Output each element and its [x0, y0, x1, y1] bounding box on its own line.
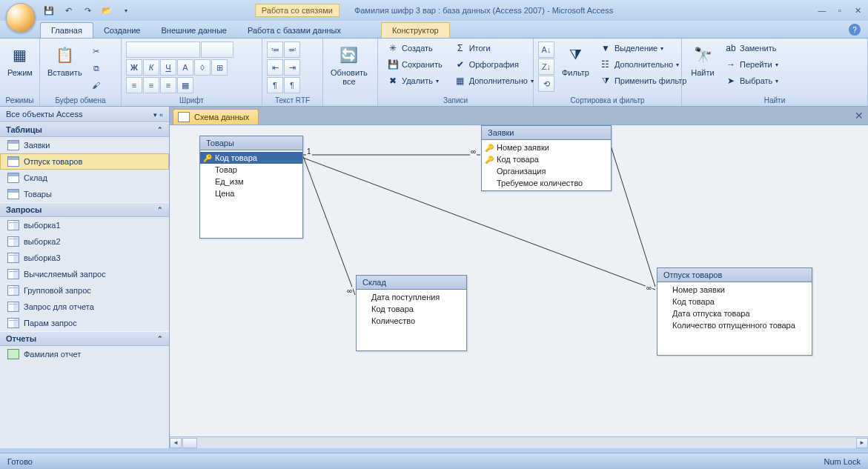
nav-table-tovary[interactable]: Товары [0, 186, 169, 202]
scroll-right-icon[interactable]: ► [856, 438, 868, 448]
nav-query-group[interactable]: Групповой запрос [0, 282, 169, 299]
ltr-button[interactable]: ¶ [267, 77, 283, 93]
scroll-left-icon[interactable]: ◄ [170, 438, 182, 448]
field-kod-tovara[interactable]: Код товара [357, 303, 466, 315]
align-left-button[interactable]: ≡ [126, 77, 142, 93]
diagram-table-zayavki[interactable]: Заявки 🔑Номер заявки 🔑Код товара Организ… [481, 125, 612, 191]
field-kolich-otp[interactable]: Количество отпущенного товара [657, 319, 812, 331]
field-kod-tovara[interactable]: 🔑Код товара [200, 152, 302, 164]
cardinality-many: ∞ [470, 147, 477, 156]
save-record-button[interactable]: 💾Сохранить [384, 58, 445, 71]
nav-section-queries[interactable]: Запросы⌃ [0, 202, 169, 217]
field-treb-kolich[interactable]: Требуемое количество [482, 177, 611, 189]
font-color-button[interactable]: A [177, 59, 193, 76]
collapse-icon[interactable]: « [159, 111, 163, 119]
horizontal-scrollbar[interactable]: ◄ ► [170, 436, 868, 448]
paste-button[interactable]: 📋Вставить [43, 41, 87, 79]
select-button[interactable]: ➤Выбрать ▾ [722, 74, 781, 87]
diagram-table-tovary[interactable]: Товары 🔑Код товара Товар Ед_изм Цена [199, 136, 303, 239]
format-painter-icon[interactable]: 🖌 [88, 77, 105, 93]
nav-query-2[interactable]: выборка2 [0, 233, 169, 250]
relationships-canvas[interactable]: 1 ∞ ∞ ∞ Товары 🔑Код товара Товар Ед_изм … [170, 124, 868, 436]
nav-section-reports[interactable]: Отчеты⌃ [0, 331, 169, 346]
save-icon[interactable]: 💾 [42, 3, 56, 18]
document-tab-schema[interactable]: Схема данных [173, 109, 259, 124]
filter-button[interactable]: ⧩Фильтр [557, 41, 594, 79]
qat-customize-icon[interactable]: ▾ [119, 3, 133, 18]
sort-asc-button[interactable]: A↓ [538, 41, 554, 58]
advanced-filter-button[interactable]: ☷Дополнительно ▾ [597, 58, 690, 71]
nav-query-1[interactable]: выборка1 [0, 217, 169, 233]
bullets-button[interactable]: ≔ [267, 41, 283, 58]
gridlines-button[interactable]: ⊞ [211, 59, 228, 76]
nav-section-tables[interactable]: Таблицы⌃ [0, 122, 169, 137]
nav-query-calc[interactable]: Вычисляемый запрос [0, 266, 169, 282]
nav-query-report[interactable]: Запрос для отчета [0, 299, 169, 315]
office-button[interactable] [6, 3, 36, 33]
sort-desc-button[interactable]: Z↓ [538, 59, 554, 75]
field-kolichestvo[interactable]: Количество [357, 315, 466, 327]
close-document-icon[interactable]: ✕ [853, 110, 865, 122]
scroll-thumb[interactable] [182, 438, 197, 448]
toggle-filter-button[interactable]: ⧩Применить фильтр [597, 74, 690, 87]
tab-database-tools[interactable]: Работа с базами данных [237, 23, 351, 38]
field-ed-izm[interactable]: Ед_изм [200, 176, 302, 187]
numbering-button[interactable]: ≕ [284, 41, 300, 58]
field-kod-tovara[interactable]: 🔑Код товара [482, 153, 611, 165]
minimize-icon[interactable]: — [816, 4, 828, 16]
replace-button[interactable]: abЗаменить [722, 41, 781, 55]
fill-color-button[interactable]: ◊ [194, 59, 211, 76]
field-nomer-zayavki[interactable]: 🔑Номер заявки [482, 142, 611, 153]
more-records-button[interactable]: ▦Дополнительно ▾ [451, 74, 537, 87]
close-icon[interactable]: ✕ [852, 4, 864, 16]
diagram-table-sklad[interactable]: Склад Дата поступления Код товара Количе… [356, 275, 467, 351]
totals-button[interactable]: ΣИтоги [451, 41, 537, 55]
clear-sort-button[interactable]: ⟲ [538, 76, 554, 92]
field-data-post[interactable]: Дата поступления [357, 291, 466, 303]
selection-filter-button[interactable]: ▼Выделение ▾ [597, 41, 690, 55]
align-right-button[interactable]: ≡ [160, 77, 176, 93]
alt-row-color-button[interactable]: ▦ [177, 77, 193, 93]
tab-home[interactable]: Главная [40, 22, 93, 38]
nav-query-param[interactable]: Парам запрос [0, 315, 169, 331]
copy-icon[interactable]: ⧉ [88, 60, 105, 76]
decrease-indent-button[interactable]: ⇤ [267, 59, 283, 76]
rtl-button[interactable]: ¶ [284, 77, 300, 93]
field-kod-tovara[interactable]: Код товара [657, 296, 812, 307]
italic-button[interactable]: К [143, 59, 159, 76]
font-size-combo[interactable] [201, 41, 233, 58]
cut-icon[interactable]: ✂ [88, 43, 105, 59]
redo-icon[interactable]: ↷ [80, 3, 95, 18]
diagram-table-otpusk[interactable]: Отпуск товаров Номер заявки Код товара Д… [657, 267, 812, 356]
tab-create[interactable]: Создание [93, 23, 151, 38]
field-organizaciya[interactable]: Организация [482, 165, 611, 177]
nav-pane-header[interactable]: Все объекты Access ▾ « [0, 107, 169, 122]
view-mode-button[interactable]: ▦Режим [3, 41, 37, 79]
undo-icon[interactable]: ↶ [61, 3, 76, 18]
new-record-button[interactable]: ✳Создать [384, 41, 445, 55]
restore-icon[interactable]: ▫ [834, 4, 846, 16]
tab-external-data[interactable]: Внешние данные [151, 23, 237, 38]
nav-query-3[interactable]: выборка3 [0, 250, 169, 266]
field-data-otpuska[interactable]: Дата отпуска товара [657, 307, 812, 319]
spelling-button[interactable]: ✔Орфография [451, 58, 537, 71]
tab-designer[interactable]: Конструктор [381, 22, 450, 38]
field-tovar[interactable]: Товар [200, 164, 302, 176]
field-cena[interactable]: Цена [200, 187, 302, 199]
find-button[interactable]: 🔭Найти [686, 41, 719, 79]
nav-table-zayavki[interactable]: Заявки [0, 137, 169, 153]
help-icon[interactable]: ? [849, 24, 861, 36]
nav-report-1[interactable]: Фамилия отчет [0, 346, 169, 362]
align-center-button[interactable]: ≡ [143, 77, 159, 93]
refresh-all-button[interactable]: 🔄Обновить все [326, 41, 372, 87]
goto-button[interactable]: →Перейти ▾ [722, 58, 781, 71]
delete-record-button[interactable]: ✖Удалить ▾ [384, 74, 445, 87]
font-name-combo[interactable] [126, 41, 200, 58]
underline-button[interactable]: Ч [160, 59, 176, 76]
increase-indent-button[interactable]: ⇥ [284, 59, 300, 76]
nav-table-sklad[interactable]: Склад [0, 170, 169, 186]
bold-button[interactable]: Ж [126, 59, 142, 76]
field-nomer-zayavki[interactable]: Номер заявки [657, 284, 812, 296]
open-folder-icon[interactable]: 📂 [99, 3, 114, 18]
nav-table-otpusk[interactable]: Отпуск товаров [0, 153, 169, 170]
